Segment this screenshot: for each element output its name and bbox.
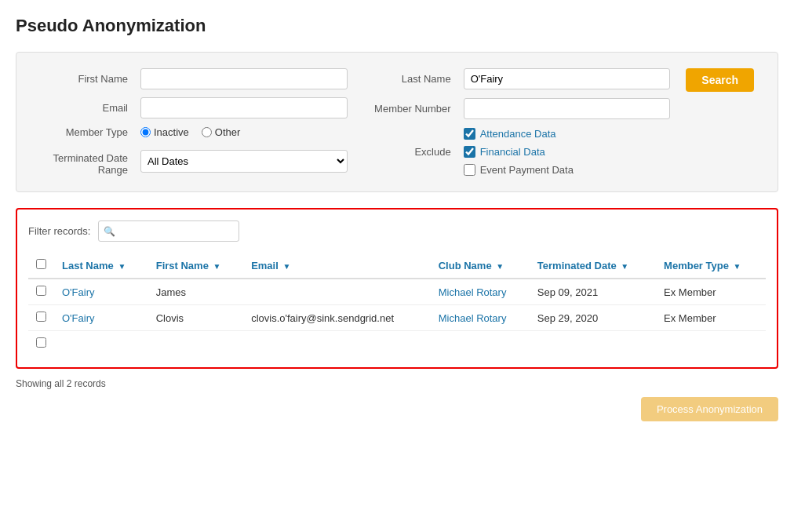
- exclude-event-payment[interactable]: Event Payment Data: [464, 164, 671, 176]
- filter-label: Filter records:: [28, 225, 90, 237]
- email-label: Email: [40, 102, 134, 114]
- row-first-name: Clovis: [148, 305, 243, 331]
- form-middle-col: Last Name Member Number Exclude Attendan…: [363, 68, 671, 176]
- col-club-name-label: Club Name: [439, 260, 492, 271]
- empty-checkbox-cell: [28, 331, 54, 357]
- empty-select-checkbox[interactable]: [36, 337, 46, 348]
- member-number-input[interactable]: [464, 98, 671, 119]
- bottom-bar: Process Anonymization: [16, 397, 778, 421]
- row-last-name: O'Fairy: [54, 305, 148, 331]
- col-member-type-label: Member Type: [664, 260, 729, 271]
- col-last-name-label: Last Name: [62, 260, 114, 271]
- member-type-sort-icon: ▼: [734, 262, 741, 271]
- exclude-financial-checkbox[interactable]: [464, 146, 475, 158]
- last-name-link[interactable]: O'Fairy: [62, 312, 94, 324]
- col-terminated-date[interactable]: Terminated Date ▼: [530, 253, 656, 279]
- exclude-financial[interactable]: Financial Data: [464, 146, 671, 158]
- last-name-link[interactable]: O'Fairy: [62, 286, 94, 298]
- col-email-label: Email: [251, 260, 279, 271]
- results-table: Last Name ▼ First Name ▼ Email ▼ Club Na…: [28, 253, 766, 356]
- table-row-empty: [28, 331, 766, 357]
- exclude-attendance[interactable]: Attendance Data: [464, 128, 671, 140]
- member-type-label: Member Type: [40, 126, 134, 138]
- member-type-inactive-radio[interactable]: [140, 127, 151, 137]
- page-title: Pseudo Anonymization: [16, 16, 778, 36]
- row-first-name: James: [148, 279, 243, 305]
- form-right-col: Search: [686, 68, 754, 176]
- form-left-col: First Name Email Member Type Inactive Ot…: [40, 68, 348, 176]
- club-name-link[interactable]: Michael Rotary: [439, 286, 507, 298]
- select-all-col: [28, 253, 54, 279]
- filter-input[interactable]: [98, 220, 239, 242]
- last-name-label: Last Name: [363, 73, 457, 85]
- table-row: O'Fairy James Michael Rotary Sep 09, 202…: [28, 279, 766, 305]
- last-name-sort-icon: ▼: [118, 262, 126, 271]
- row-member-type: Ex Member: [656, 305, 766, 331]
- showing-text: Showing all 2 records: [16, 378, 778, 389]
- row-email: [243, 279, 431, 305]
- table-row: O'Fairy Clovis clovis.o'fairy@sink.sendg…: [28, 305, 766, 331]
- col-first-name-label: First Name: [156, 260, 209, 271]
- col-club-name[interactable]: Club Name ▼: [431, 253, 530, 279]
- exclude-financial-label: Financial Data: [480, 146, 545, 158]
- row-club-name: Michael Rotary: [431, 305, 530, 331]
- col-email[interactable]: Email ▼: [243, 253, 431, 279]
- last-name-input[interactable]: [464, 68, 671, 89]
- row-terminated-date: Sep 29, 2020: [530, 305, 656, 331]
- row-checkbox-cell: [28, 279, 54, 305]
- search-icon: 🔍: [104, 226, 115, 237]
- table-header-row: Last Name ▼ First Name ▼ Email ▼ Club Na…: [28, 253, 766, 279]
- row-select-checkbox[interactable]: [36, 312, 46, 322]
- select-all-checkbox[interactable]: [36, 259, 46, 269]
- empty-row-content: [54, 331, 766, 357]
- first-name-input[interactable]: [140, 68, 348, 89]
- first-name-label: First Name: [40, 73, 134, 85]
- terminated-date-label: Terminated Date Range: [40, 146, 134, 176]
- filter-bar: Filter records: 🔍: [28, 220, 766, 242]
- row-last-name: O'Fairy: [54, 279, 148, 305]
- member-type-inactive[interactable]: Inactive: [140, 126, 189, 138]
- inactive-label: Inactive: [154, 126, 189, 138]
- terminated-date-sort-icon: ▼: [621, 262, 628, 271]
- exclude-attendance-checkbox[interactable]: [464, 128, 475, 140]
- other-label: Other: [215, 126, 241, 138]
- process-anonymization-button[interactable]: Process Anonymization: [641, 397, 778, 421]
- row-club-name: Michael Rotary: [431, 279, 530, 305]
- col-member-type[interactable]: Member Type ▼: [656, 253, 766, 279]
- col-last-name[interactable]: Last Name ▼: [54, 253, 148, 279]
- search-form: First Name Email Member Type Inactive Ot…: [16, 52, 778, 192]
- filter-input-wrap: 🔍: [98, 220, 239, 242]
- row-member-type: Ex Member: [656, 279, 766, 305]
- row-select-checkbox[interactable]: [36, 286, 46, 296]
- email-sort-icon: ▼: [282, 262, 290, 271]
- search-button[interactable]: Search: [686, 68, 754, 92]
- first-name-sort-icon: ▼: [213, 262, 221, 271]
- row-email: clovis.o'fairy@sink.sendgrid.net: [243, 305, 431, 331]
- terminated-date-select[interactable]: All Dates Last 30 Days Last 90 Days Last…: [140, 150, 348, 173]
- member-type-other[interactable]: Other: [202, 126, 241, 138]
- col-first-name[interactable]: First Name ▼: [148, 253, 243, 279]
- member-type-group: Inactive Other: [140, 126, 348, 138]
- exclude-event-payment-label: Event Payment Data: [480, 164, 574, 176]
- email-input[interactable]: [140, 97, 348, 118]
- member-type-other-radio[interactable]: [202, 127, 212, 137]
- club-name-sort-icon: ▼: [496, 262, 504, 271]
- exclude-group: Attendance Data Financial Data Event Pay…: [464, 128, 671, 176]
- exclude-label: Exclude: [363, 146, 457, 158]
- col-terminated-date-label: Terminated Date: [537, 260, 617, 271]
- exclude-attendance-label: Attendance Data: [480, 128, 556, 140]
- results-section: Filter records: 🔍 Last Name ▼ First Name…: [16, 208, 778, 369]
- club-name-link[interactable]: Michael Rotary: [439, 312, 507, 324]
- row-terminated-date: Sep 09, 2021: [530, 279, 656, 305]
- row-checkbox-cell: [28, 305, 54, 331]
- exclude-event-payment-checkbox[interactable]: [464, 164, 475, 176]
- member-number-label: Member Number: [363, 103, 457, 115]
